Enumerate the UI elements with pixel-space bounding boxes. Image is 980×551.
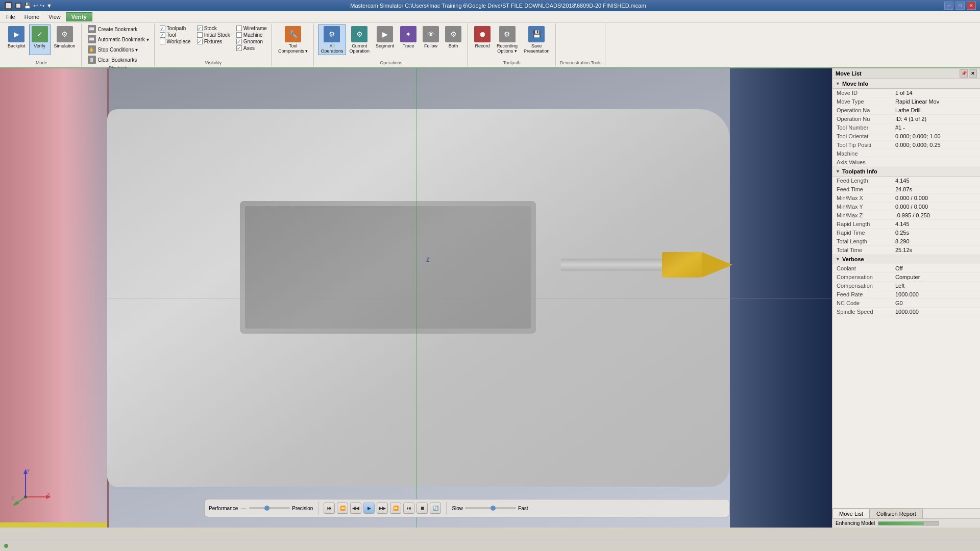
playback-sep2 [446,502,447,515]
recording-options-button[interactable]: ⚙ Recording Options ▾ [494,24,520,55]
segment-icon: ▶ [377,26,393,42]
menu-file[interactable]: File [2,13,19,21]
performance-thumb[interactable] [264,506,270,511]
stop-button[interactable]: ⏹ [416,503,428,514]
segment-button[interactable]: ▶ Segment [373,24,397,55]
step-back-button[interactable]: ⏪ [337,503,348,514]
cb-toolpath[interactable]: Toolpath [160,26,191,31]
menu-home[interactable]: Home [20,13,43,21]
visibility-checkboxes-left: Toolpath Tool Workpiece [159,24,192,45]
field-value: 25.12s [891,246,980,255]
cb-wireframe-box[interactable] [236,26,242,31]
cb-machine-box[interactable] [236,32,242,38]
speed-thumb[interactable] [491,506,496,511]
verify-button[interactable]: ✓ Verify [29,24,51,55]
viewport[interactable]: Z Y X Z Performance — [0,68,832,528]
simulation-icon: ⚙ [57,26,73,42]
rewind-button[interactable]: ◀◀ [350,503,361,514]
cb-fixtures-box[interactable] [197,39,203,44]
cb-wireframe[interactable]: Wireframe [236,26,267,31]
verify-icon: ✓ [32,26,48,42]
rec-options-icon: ⚙ [499,26,516,42]
panel-close-button[interactable]: ✕ [969,69,977,78]
panel-header: Move List 📌 ✕ [832,68,980,79]
table-row: Total Length 8.290 [832,237,980,246]
cb-gnomon-box[interactable] [236,39,242,44]
cb-axes[interactable]: Axes [236,45,267,51]
ribbon-group-mode: ▶ Backplot ✓ Verify ⚙ Simulation Mode [2,23,82,66]
create-bookmark-button[interactable]: 📖 Create Bookmark [86,24,140,34]
skip-forward-button[interactable]: ⏩ [390,503,401,514]
field-label: Total Time [832,246,891,255]
enhancing-model-bar: Enhancing Model [832,518,980,528]
field-label: Operation Na [832,106,891,115]
cb-gnomon[interactable]: Gnomon [236,39,267,44]
enhancing-progress-container [878,521,939,525]
cb-workpiece[interactable]: Workpiece [160,39,191,44]
simulation-button[interactable]: ⚙ Simulation [52,24,78,55]
toolpath-info-section-header[interactable]: ▼ Toolpath Info [832,167,980,177]
cb-toolpath-box[interactable] [160,26,165,31]
stop-icon: ✋ [88,45,96,54]
cb-tool[interactable]: Tool [160,32,191,38]
tool-components-icon: 🔧 [285,26,301,42]
table-row: NC Code G0 [832,299,980,308]
field-label: Axis Values [832,158,891,167]
follow-button[interactable]: 👁 Follow [420,24,442,55]
performance-label: Performance [209,506,238,511]
cb-stock[interactable]: Stock [197,26,230,31]
move-info-section-header[interactable]: ▼ Move Info [832,79,980,89]
play-button[interactable]: ▶ [363,503,375,514]
trace-button[interactable]: ✦ Trace [398,24,419,55]
ribbon-group-tool-components: 🔧 Tool Components ▾ [273,23,314,66]
both-button[interactable]: ⚙ Both [443,24,464,55]
clear-bookmarks-button[interactable]: 🗑 Clear Bookmarks [86,55,139,64]
backplot-button[interactable]: ▶ Backplot [5,24,28,55]
operations-group-label: Operations [318,59,464,65]
minimize-button[interactable]: ─ [944,2,953,10]
save-presentation-button[interactable]: 💾 Save Presentation [521,24,552,55]
window-title: Mastercam Simulator C:\Users\imac Traini… [52,3,944,9]
right-panel: Move List 📌 ✕ ▼ Move Info Move ID 1 of 1… [832,68,980,528]
cb-initial-stock-box[interactable] [197,32,203,38]
field-label: Tool Orientat [832,132,891,141]
cb-axes-box[interactable] [236,45,242,51]
table-row: Min/Max Y 0.000 / 0.000 [832,203,980,211]
performance-slider[interactable] [249,507,290,509]
fast-forward-button[interactable]: ▶▶ [377,503,388,514]
field-label: Feed Length [832,177,891,185]
skip-to-end-button[interactable]: ⏭ [403,503,414,514]
maximize-button[interactable]: □ [955,2,965,10]
cb-stock-box[interactable] [197,26,203,31]
refresh-button[interactable]: 🔄 [430,503,441,514]
cb-fixtures[interactable]: Fixtures [197,39,230,44]
auto-bookmark-button[interactable]: 📖 Automatic Bookmark ▾ [86,35,151,44]
current-operation-button[interactable]: ⚙ Current Operation [347,24,373,55]
verbose-section-header[interactable]: ▼ Verbose [832,255,980,264]
cb-initial-stock[interactable]: Initial Stock [197,32,230,38]
all-operations-button[interactable]: ⚙ All Operations [318,24,346,55]
speed-slider[interactable] [465,507,516,509]
menu-view[interactable]: View [44,13,65,21]
field-label: Spindle Speed [832,308,891,316]
tool-components-button[interactable]: 🔧 Tool Components ▾ [276,24,311,55]
ribbon: ▶ Backplot ✓ Verify ⚙ Simulation Mode 📖 … [0,22,980,68]
cb-machine[interactable]: Machine [236,32,267,38]
record-button[interactable]: ⏺ Record [472,24,493,55]
panel-pin-button[interactable]: 📌 [960,69,968,78]
tool-assembly [561,252,732,278]
skip-to-start-button[interactable]: ⏮ [324,503,335,514]
field-value: Left [891,282,980,290]
tab-move-list[interactable]: Move List [832,509,870,518]
close-button[interactable]: ✕ [967,2,976,10]
tool-holder [662,252,703,278]
field-value: #1 - [891,123,980,132]
cb-tool-box[interactable] [160,32,165,38]
field-value: 0.000 / 0.000 [891,203,980,211]
stop-conditions-button[interactable]: ✋ Stop Conditions ▾ [86,45,140,54]
menu-verify[interactable]: Verify [66,12,92,21]
table-row: Min/Max Z -0.995 / 0.250 [832,211,980,220]
field-value: 4.145 [891,220,980,229]
tab-collision-report[interactable]: Collision Report [870,509,923,518]
cb-workpiece-box[interactable] [160,39,165,44]
